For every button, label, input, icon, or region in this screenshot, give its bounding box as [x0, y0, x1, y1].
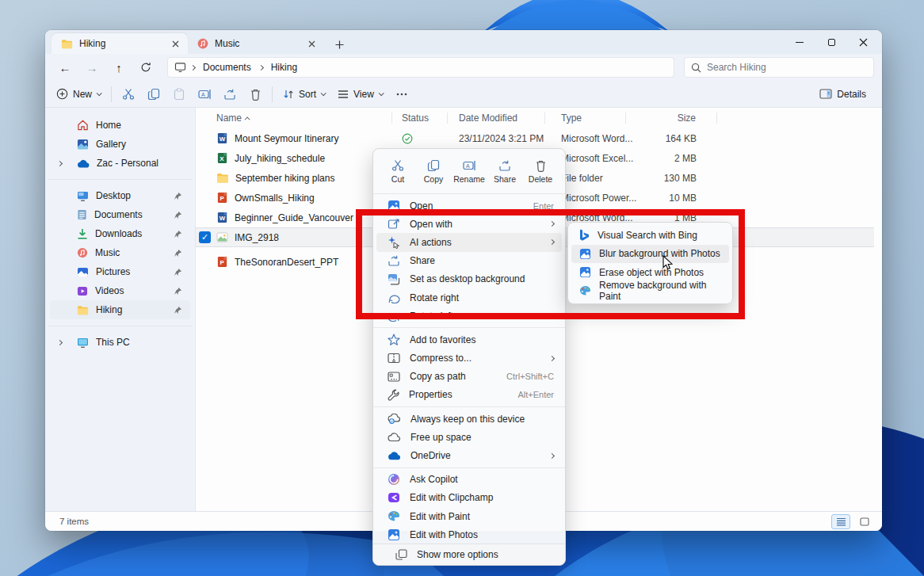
menu-item-ask-copilot[interactable]: Ask Copilot [376, 471, 562, 489]
forward-button[interactable]: → [80, 57, 104, 78]
sidebar-item-desktop[interactable]: Desktop [50, 186, 190, 205]
delete-button[interactable] [242, 83, 268, 105]
tab-label: Hiking [79, 38, 162, 49]
new-button[interactable]: New [50, 83, 107, 105]
share-button[interactable] [217, 83, 242, 105]
share-icon [223, 88, 236, 101]
address-bar[interactable]: Documents Hiking [167, 57, 674, 78]
view-icon [338, 90, 349, 99]
minimize-button[interactable] [784, 30, 815, 54]
thumbnail-view-button[interactable] [855, 514, 874, 529]
new-tab-button[interactable] [329, 35, 349, 54]
breadcrumb-hiking[interactable]: Hiking [268, 60, 300, 74]
sort-icon [283, 89, 294, 100]
word-file-icon: W [216, 132, 228, 144]
menu-item-edit-with-photos[interactable]: Edit with Photos [376, 525, 562, 544]
sidebar-item-label: Zac - Personal [97, 158, 158, 169]
videos-icon [77, 286, 88, 296]
sidebar-item-downloads[interactable]: Downloads [50, 224, 190, 243]
close-icon [859, 38, 868, 47]
sidebar-item-hiking[interactable]: Hiking [50, 300, 190, 319]
expand-chevron-icon[interactable] [57, 339, 63, 345]
share-menu-button[interactable]: Share [488, 154, 521, 188]
paste-button[interactable] [166, 83, 192, 105]
menu-item-compress-to[interactable]: Compress to... [376, 349, 562, 368]
column-header-date-modified[interactable]: Date Modified [448, 113, 545, 124]
sidebar-item-gallery[interactable]: Gallery [50, 135, 190, 154]
new-plus-icon [56, 88, 68, 100]
sidebar-item-label: Documents [94, 209, 143, 220]
search-box[interactable] [684, 57, 874, 78]
navigation-pane: Home Gallery Zac - Personal Desktop Docu… [45, 108, 196, 511]
rename-icon: A [198, 88, 212, 101]
column-header-name[interactable]: Name [196, 113, 392, 124]
menu-item-show-more-options[interactable]: Show more options [373, 544, 565, 565]
expand-chevron-icon[interactable] [57, 160, 63, 166]
tab-close-icon[interactable] [305, 37, 318, 50]
breadcrumb-separator-icon [190, 64, 196, 70]
menu-item-edit-with-paint[interactable]: Edit with Paint [376, 507, 562, 525]
column-header-type[interactable]: Type [545, 113, 626, 124]
tab-hiking[interactable]: Hiking [52, 33, 188, 54]
location-icon [174, 63, 186, 72]
onedrive-cloud-icon [77, 159, 90, 168]
pin-icon [174, 287, 182, 296]
menu-item-onedrive[interactable]: OneDrive [376, 446, 562, 464]
close-button[interactable] [847, 30, 879, 54]
menu-item-add-to-favorites[interactable]: Add to favorites [376, 330, 562, 349]
tab-music[interactable]: Music [188, 33, 324, 54]
menu-item-copy-as-path[interactable]: Copy as pathCtrl+Shift+C [376, 368, 562, 386]
rename-menu-button[interactable]: ARename [452, 154, 486, 188]
sidebar-item-videos[interactable]: Videos [50, 281, 190, 300]
more-options-button[interactable] [389, 83, 414, 105]
menu-item-always-keep-on-device[interactable]: Always keep on this device [376, 410, 562, 428]
delete-menu-button[interactable]: Delete [524, 154, 557, 188]
breadcrumb-documents[interactable]: Documents [200, 60, 254, 74]
refresh-button[interactable] [134, 57, 158, 78]
maximize-button[interactable] [815, 30, 847, 54]
pin-icon [174, 249, 182, 257]
selected-checkbox[interactable]: ✓ [199, 231, 211, 243]
menu-item-edit-with-clipchamp[interactable]: Edit with Clipchamp [376, 489, 562, 507]
file-size: 130 MB [626, 173, 717, 184]
sort-button[interactable]: Sort [277, 83, 331, 105]
cut-menu-button[interactable]: Cut [381, 154, 414, 188]
trash-icon [250, 88, 262, 101]
copy-button[interactable] [141, 83, 166, 105]
folder-icon [216, 173, 229, 183]
search-input[interactable] [707, 62, 867, 73]
file-name: Mount Seymour Itinerary [235, 133, 338, 144]
file-row[interactable]: WMount Seymour Itinerary 23/11/2024 3:21… [196, 128, 882, 148]
rename-button[interactable]: A [192, 83, 217, 105]
svg-text:W: W [220, 215, 226, 222]
properties-wrench-icon [388, 389, 399, 401]
sidebar-item-label: Music [95, 247, 120, 258]
desktop-icon [77, 191, 89, 201]
copy-menu-button[interactable]: Copy [417, 154, 450, 188]
file-size: 164 KB [626, 133, 717, 144]
menu-item-properties[interactable]: PropertiesAlt+Enter [376, 386, 562, 404]
details-view-button[interactable] [831, 514, 850, 529]
sidebar-item-pictures[interactable]: Pictures [50, 262, 190, 281]
up-button[interactable]: ↑ [107, 57, 131, 78]
sidebar-item-onedrive-personal[interactable]: Zac - Personal [50, 154, 190, 173]
tab-close-icon[interactable] [169, 37, 181, 50]
copy-icon [427, 159, 440, 172]
menu-item-free-up-space[interactable]: Free up space [376, 428, 562, 446]
details-pane-button[interactable]: Details [813, 83, 872, 105]
sidebar-item-this-pc[interactable]: This PC [50, 333, 190, 352]
column-header-status[interactable]: Status [392, 113, 448, 124]
column-header-size[interactable]: Size [626, 113, 717, 124]
back-button[interactable]: ← [53, 57, 77, 78]
cut-button[interactable] [116, 83, 141, 105]
view-button[interactable]: View [331, 83, 389, 105]
svg-text:A: A [466, 162, 470, 168]
sidebar-item-label: Videos [95, 285, 124, 296]
folder-icon [61, 39, 73, 49]
sidebar-item-music[interactable]: Music [50, 243, 190, 262]
menu-divider [373, 327, 565, 328]
sidebar-item-documents[interactable]: Documents [50, 205, 190, 224]
window-controls [784, 30, 879, 54]
sidebar-item-home[interactable]: Home [50, 116, 190, 135]
submenu-arrow-icon [549, 452, 555, 458]
